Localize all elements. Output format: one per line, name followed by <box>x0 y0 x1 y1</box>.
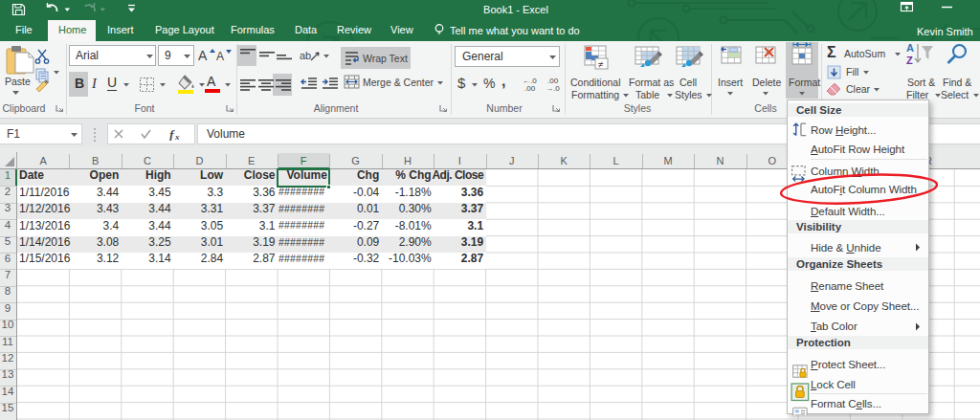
svg-text:A: A <box>906 42 914 54</box>
svg-text:ab: ab <box>300 50 311 61</box>
svg-text:→.0: →.0 <box>546 84 560 91</box>
svg-text:≠: ≠ <box>598 59 604 70</box>
svg-text:Z: Z <box>906 55 913 66</box>
svg-text:.00: .00 <box>524 84 536 91</box>
svg-text:x: x <box>174 132 180 142</box>
